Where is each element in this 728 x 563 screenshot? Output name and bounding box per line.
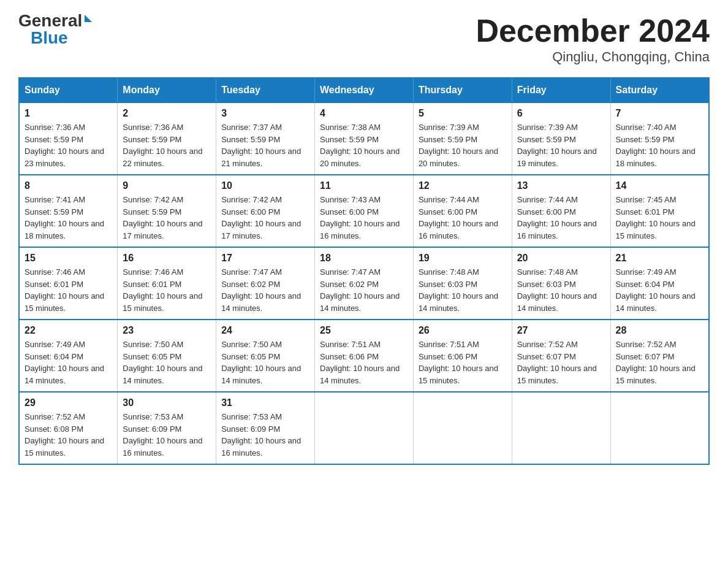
calendar-cell: 3 Sunrise: 7:37 AMSunset: 5:59 PMDayligh… — [216, 102, 315, 175]
calendar-week-row: 29 Sunrise: 7:52 AMSunset: 6:08 PMDaylig… — [19, 392, 709, 464]
calendar-cell: 30 Sunrise: 7:53 AMSunset: 6:09 PMDaylig… — [118, 392, 216, 464]
weekday-header-wednesday: Wednesday — [315, 78, 414, 102]
page-title: December 2024 — [476, 12, 710, 49]
calendar-cell: 26 Sunrise: 7:51 AMSunset: 6:06 PMDaylig… — [413, 320, 512, 392]
calendar-cell: 24 Sunrise: 7:50 AMSunset: 6:05 PMDaylig… — [216, 320, 315, 392]
calendar-cell: 18 Sunrise: 7:47 AMSunset: 6:02 PMDaylig… — [315, 247, 414, 320]
day-number: 27 — [517, 325, 605, 336]
weekday-header-friday: Friday — [512, 78, 610, 102]
day-info: Sunrise: 7:42 AMSunset: 5:59 PMDaylight:… — [123, 195, 202, 240]
title-block: December 2024 Qingliu, Chongqing, China — [476, 12, 710, 65]
day-number: 2 — [123, 108, 211, 119]
calendar-cell: 21 Sunrise: 7:49 AMSunset: 6:04 PMDaylig… — [610, 247, 709, 320]
page-subtitle: Qingliu, Chongqing, China — [476, 49, 710, 65]
day-number: 3 — [221, 108, 309, 119]
day-info: Sunrise: 7:49 AMSunset: 6:04 PMDaylight:… — [616, 267, 696, 313]
day-number: 23 — [123, 325, 211, 336]
day-number: 6 — [517, 108, 605, 119]
weekday-header-sunday: Sunday — [19, 78, 118, 102]
calendar-week-row: 15 Sunrise: 7:46 AMSunset: 6:01 PMDaylig… — [19, 247, 709, 320]
calendar-table: SundayMondayTuesdayWednesdayThursdayFrid… — [18, 77, 710, 465]
calendar-cell: 12 Sunrise: 7:44 AMSunset: 6:00 PMDaylig… — [413, 175, 512, 247]
weekday-header-saturday: Saturday — [610, 78, 709, 102]
day-number: 20 — [517, 253, 605, 264]
calendar-cell: 4 Sunrise: 7:38 AMSunset: 5:59 PMDayligh… — [315, 102, 414, 175]
calendar-cell: 17 Sunrise: 7:47 AMSunset: 6:02 PMDaylig… — [216, 247, 315, 320]
day-number: 11 — [320, 180, 408, 191]
day-info: Sunrise: 7:43 AMSunset: 6:00 PMDaylight:… — [320, 195, 400, 240]
calendar-cell: 15 Sunrise: 7:46 AMSunset: 6:01 PMDaylig… — [19, 247, 118, 320]
calendar-cell: 11 Sunrise: 7:43 AMSunset: 6:00 PMDaylig… — [315, 175, 414, 247]
day-number: 31 — [221, 397, 309, 408]
day-number: 16 — [123, 253, 211, 264]
day-number: 8 — [25, 180, 112, 191]
day-info: Sunrise: 7:36 AMSunset: 5:59 PMDaylight:… — [25, 123, 104, 168]
calendar-cell: 7 Sunrise: 7:40 AMSunset: 5:59 PMDayligh… — [610, 102, 709, 175]
calendar-cell — [315, 392, 414, 464]
logo-triangle-icon — [85, 15, 92, 22]
day-info: Sunrise: 7:50 AMSunset: 6:05 PMDaylight:… — [221, 340, 301, 385]
calendar-cell: 25 Sunrise: 7:51 AMSunset: 6:06 PMDaylig… — [315, 320, 414, 392]
day-number: 19 — [419, 253, 507, 264]
day-info: Sunrise: 7:45 AMSunset: 6:01 PMDaylight:… — [616, 195, 696, 240]
day-info: Sunrise: 7:50 AMSunset: 6:05 PMDaylight:… — [123, 340, 202, 385]
day-number: 1 — [25, 108, 112, 119]
day-number: 21 — [616, 253, 703, 264]
day-info: Sunrise: 7:47 AMSunset: 6:02 PMDaylight:… — [320, 267, 400, 313]
day-info: Sunrise: 7:49 AMSunset: 6:04 PMDaylight:… — [25, 340, 104, 385]
day-info: Sunrise: 7:37 AMSunset: 5:59 PMDaylight:… — [221, 123, 301, 168]
calendar-cell: 14 Sunrise: 7:45 AMSunset: 6:01 PMDaylig… — [610, 175, 709, 247]
calendar-cell: 22 Sunrise: 7:49 AMSunset: 6:04 PMDaylig… — [19, 320, 118, 392]
calendar-cell: 23 Sunrise: 7:50 AMSunset: 6:05 PMDaylig… — [118, 320, 216, 392]
calendar-cell — [512, 392, 610, 464]
logo: General Blue — [18, 12, 92, 47]
calendar-cell: 9 Sunrise: 7:42 AMSunset: 5:59 PMDayligh… — [118, 175, 216, 247]
calendar-cell: 19 Sunrise: 7:48 AMSunset: 6:03 PMDaylig… — [413, 247, 512, 320]
day-info: Sunrise: 7:46 AMSunset: 6:01 PMDaylight:… — [123, 267, 202, 313]
day-number: 24 — [221, 325, 309, 336]
day-number: 14 — [616, 180, 703, 191]
calendar-cell: 27 Sunrise: 7:52 AMSunset: 6:07 PMDaylig… — [512, 320, 610, 392]
day-info: Sunrise: 7:39 AMSunset: 5:59 PMDaylight:… — [517, 123, 597, 168]
weekday-header-thursday: Thursday — [413, 78, 512, 102]
calendar-cell: 28 Sunrise: 7:52 AMSunset: 6:07 PMDaylig… — [610, 320, 709, 392]
day-info: Sunrise: 7:38 AMSunset: 5:59 PMDaylight:… — [320, 123, 400, 168]
calendar-header-row: SundayMondayTuesdayWednesdayThursdayFrid… — [19, 78, 709, 102]
calendar-week-row: 22 Sunrise: 7:49 AMSunset: 6:04 PMDaylig… — [19, 320, 709, 392]
day-info: Sunrise: 7:48 AMSunset: 6:03 PMDaylight:… — [517, 267, 597, 313]
calendar-cell: 16 Sunrise: 7:46 AMSunset: 6:01 PMDaylig… — [118, 247, 216, 320]
weekday-header-monday: Monday — [118, 78, 216, 102]
logo-general-text: General — [18, 12, 82, 29]
calendar-cell: 10 Sunrise: 7:42 AMSunset: 6:00 PMDaylig… — [216, 175, 315, 247]
day-info: Sunrise: 7:53 AMSunset: 6:09 PMDaylight:… — [123, 412, 202, 458]
logo-blue-text: Blue — [31, 29, 68, 47]
weekday-header-tuesday: Tuesday — [216, 78, 315, 102]
page-header: General Blue December 2024 Qingliu, Chon… — [18, 12, 710, 65]
day-info: Sunrise: 7:51 AMSunset: 6:06 PMDaylight:… — [320, 340, 400, 385]
calendar-cell: 6 Sunrise: 7:39 AMSunset: 5:59 PMDayligh… — [512, 102, 610, 175]
calendar-cell — [610, 392, 709, 464]
day-info: Sunrise: 7:44 AMSunset: 6:00 PMDaylight:… — [419, 195, 498, 240]
calendar-cell — [413, 392, 512, 464]
day-info: Sunrise: 7:44 AMSunset: 6:00 PMDaylight:… — [517, 195, 597, 240]
day-number: 18 — [320, 253, 408, 264]
calendar-cell: 2 Sunrise: 7:36 AMSunset: 5:59 PMDayligh… — [118, 102, 216, 175]
day-number: 4 — [320, 108, 408, 119]
calendar-cell: 29 Sunrise: 7:52 AMSunset: 6:08 PMDaylig… — [19, 392, 118, 464]
day-number: 17 — [221, 253, 309, 264]
day-info: Sunrise: 7:52 AMSunset: 6:08 PMDaylight:… — [25, 412, 104, 458]
day-info: Sunrise: 7:47 AMSunset: 6:02 PMDaylight:… — [221, 267, 301, 313]
day-info: Sunrise: 7:40 AMSunset: 5:59 PMDaylight:… — [616, 123, 696, 168]
day-number: 30 — [123, 397, 211, 408]
calendar-cell: 20 Sunrise: 7:48 AMSunset: 6:03 PMDaylig… — [512, 247, 610, 320]
day-info: Sunrise: 7:39 AMSunset: 5:59 PMDaylight:… — [419, 123, 498, 168]
calendar-week-row: 8 Sunrise: 7:41 AMSunset: 5:59 PMDayligh… — [19, 175, 709, 247]
calendar-week-row: 1 Sunrise: 7:36 AMSunset: 5:59 PMDayligh… — [19, 102, 709, 175]
day-number: 7 — [616, 108, 703, 119]
day-info: Sunrise: 7:52 AMSunset: 6:07 PMDaylight:… — [517, 340, 597, 385]
calendar-cell: 8 Sunrise: 7:41 AMSunset: 5:59 PMDayligh… — [19, 175, 118, 247]
day-number: 15 — [25, 253, 112, 264]
day-info: Sunrise: 7:41 AMSunset: 5:59 PMDaylight:… — [25, 195, 104, 240]
day-info: Sunrise: 7:51 AMSunset: 6:06 PMDaylight:… — [419, 340, 498, 385]
day-number: 5 — [419, 108, 507, 119]
